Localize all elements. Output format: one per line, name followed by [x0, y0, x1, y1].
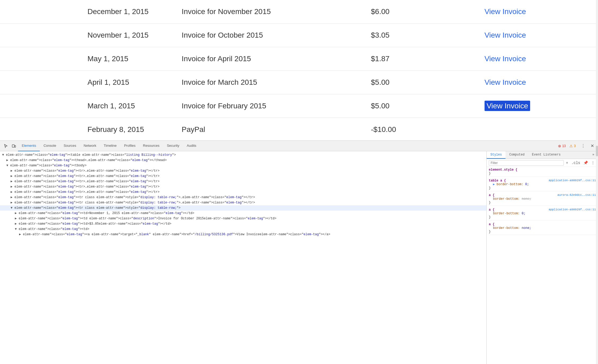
styles-toolbar: + .cls 📌 ⋮	[487, 159, 598, 167]
inspect-element-icon[interactable]	[2, 142, 10, 150]
main-content: December 1, 2015Invoice for November 201…	[0, 0, 598, 140]
expand-arrow[interactable]: ▶	[493, 183, 496, 186]
elements-line[interactable]: ▶ elem-attr-name">class="elem-tag"><tr c…	[0, 200, 486, 205]
invoice-description: Invoice for November 2015	[182, 0, 371, 24]
elements-line[interactable]: ▶ elem-attr-name">class="elem-tag"><td e…	[0, 216, 486, 221]
devtools-tab-resources[interactable]: Resources	[139, 141, 163, 151]
devtools-tab-elements[interactable]: Elements	[18, 141, 40, 151]
elements-line[interactable]: ▶ elem-attr-name">class="elem-tag"><a el…	[0, 232, 486, 237]
warn-count: 3	[574, 144, 576, 148]
style-rule: a {border-bottom: none;}	[489, 223, 596, 235]
devtools-tab-profiles[interactable]: Profiles	[120, 141, 139, 151]
devtools-tab-console[interactable]: Console	[40, 141, 60, 151]
style-source[interactable]: application-a98929f….css:11	[549, 208, 596, 211]
invoice-description: Invoice for October 2015	[182, 24, 371, 47]
elements-line[interactable]: ▶ elem-attr-name">class="elem-tag"><tr>……	[0, 179, 486, 184]
elements-panel: ▼ elem-attr-name">class="elem-tag"><tabl…	[0, 151, 487, 364]
invoice-date: November 1, 2015	[0, 24, 182, 47]
devtools-tab-sources[interactable]: Sources	[60, 141, 80, 151]
error-count: 13	[562, 144, 566, 148]
style-rule: aurora-62e9dcc….css:11a {border-bottom: …	[489, 193, 596, 206]
devtools-right-icons: ⊗ 13 ⚠ 3 ⋮ ✕	[558, 142, 596, 150]
elements-scrollbar-thumb[interactable]	[596, 151, 598, 156]
styles-panel: Styles Computed Event Listeners » + .cls…	[487, 151, 598, 364]
elements-lines: ▼ elem-attr-name">class="elem-tag"><tabl…	[0, 152, 486, 237]
styles-filter-input[interactable]	[489, 160, 564, 166]
invoice-description: Invoice for February 2015	[182, 94, 371, 118]
invoice-table: December 1, 2015Invoice for November 201…	[0, 0, 598, 140]
elements-line[interactable]: ▼ elem-attr-name">class="elem-tag"><tabl…	[0, 152, 486, 158]
style-rule: element.style {}	[489, 168, 596, 177]
devtools-tab-timeline[interactable]: Timeline	[100, 141, 120, 151]
invoice-description: Invoice for March 2015	[182, 71, 371, 94]
tab-styles[interactable]: Styles	[487, 151, 505, 159]
view-invoice-link[interactable]: View Invoice	[485, 7, 526, 16]
invoice-link-cell: View Invoice	[485, 24, 598, 47]
view-invoice-link[interactable]: View Invoice	[485, 55, 526, 63]
table-row: April 1, 2015Invoice for March 2015$5.00…	[0, 71, 598, 94]
table-row: March 1, 2015Invoice for February 2015$5…	[0, 94, 598, 118]
devtools-close-icon[interactable]: ✕	[588, 142, 596, 150]
devtools-panel: ElementsConsoleSourcesNetworkTimelinePro…	[0, 140, 598, 364]
invoice-link-cell: View Invoice	[485, 71, 598, 94]
add-style-icon[interactable]: +	[565, 160, 569, 166]
elements-scrollbar[interactable]	[596, 151, 598, 364]
view-invoice-link[interactable]: View Invoice	[485, 31, 526, 39]
error-icon: ⊗	[558, 144, 561, 148]
devtools-tab-security[interactable]: Security	[163, 141, 183, 151]
devtools-tab-audits[interactable]: Audits	[183, 141, 200, 151]
devtools-tab-network[interactable]: Network	[80, 141, 100, 151]
style-source[interactable]: aurora-62e9dcc….css:11	[557, 193, 596, 197]
invoice-link-cell: View Invoice	[485, 94, 598, 118]
table-row: December 1, 2015Invoice for November 201…	[0, 0, 598, 24]
invoice-date: December 1, 2015	[0, 0, 182, 24]
elements-line[interactable]: ▶ elem-attr-name">class="elem-tag"><tr>……	[0, 168, 486, 174]
devtools-menu-icon[interactable]: ⋮	[579, 142, 587, 150]
elements-line[interactable]: ▼ elem-attr-name">class="elem-tag"><tr c…	[0, 205, 486, 211]
svg-rect-0	[12, 145, 14, 147]
style-property[interactable]: ▶ border-bottom: 0;	[489, 183, 596, 186]
style-property[interactable]: border-bottom: none;	[489, 226, 596, 230]
tab-event-listeners[interactable]: Event Listeners	[528, 151, 564, 159]
view-invoice-link[interactable]: View Invoice	[485, 101, 530, 111]
table-row: February 8, 2015PayPal-$10.00	[0, 118, 598, 141]
elements-line[interactable]: ▼ elem-attr-name">class="elem-tag"><tbod…	[0, 163, 486, 168]
devtools-body: ▼ elem-attr-name">class="elem-tag"><tabl…	[0, 151, 598, 364]
invoice-amount: $5.00	[371, 71, 484, 94]
elements-line[interactable]: ▶ elem-attr-name">class="elem-tag"><tr>……	[0, 189, 486, 195]
elements-line[interactable]: ▶ elem-attr-name">class="elem-tag"><tr>……	[0, 184, 486, 189]
invoice-amount: -$10.00	[371, 118, 484, 141]
invoice-link-cell: View Invoice	[485, 47, 598, 71]
invoice-link-cell	[485, 118, 598, 141]
invoice-amount: $6.00	[371, 0, 484, 24]
invoice-date: April 1, 2015	[0, 71, 182, 94]
invoice-amount: $5.00	[371, 94, 484, 118]
view-invoice-link[interactable]: View Invoice	[485, 78, 526, 86]
elements-line[interactable]: ▶ elem-attr-name">class="elem-tag"><tr>……	[0, 174, 486, 179]
style-property[interactable]: border-bottom: none;	[489, 197, 596, 201]
device-toggle-icon[interactable]	[10, 142, 17, 150]
pin-style-icon[interactable]: 📌	[582, 160, 589, 166]
elements-line[interactable]: ▶ elem-attr-name">class="elem-tag"><td>N…	[0, 211, 486, 216]
cls-toggle[interactable]: .cls	[570, 160, 581, 166]
warn-badge: ⚠ 3	[569, 144, 576, 148]
elements-line[interactable]: ▶ elem-attr-name">class="elem-tag"><td>$…	[0, 221, 486, 227]
invoice-amount: $3.05	[371, 24, 484, 47]
devtools-toolbar: ElementsConsoleSourcesNetworkTimelinePro…	[0, 141, 598, 151]
invoice-date: March 1, 2015	[0, 94, 182, 118]
style-source[interactable]: application-a98929f….css:11	[549, 179, 596, 182]
warn-icon: ⚠	[569, 144, 573, 148]
table-row: May 1, 2015Invoice for April 2015$1.87Vi…	[0, 47, 598, 71]
elements-line[interactable]: ▼ elem-attr-name">class="elem-tag"><td>	[0, 227, 486, 232]
invoice-description: PayPal	[182, 118, 371, 141]
devtools-tabs: ElementsConsoleSourcesNetworkTimelinePro…	[18, 141, 200, 151]
styles-content: element.style {}application-a98929f….css…	[487, 167, 598, 358]
elements-line[interactable]: ▶ elem-attr-name">class="elem-tag"><tr c…	[0, 195, 486, 200]
more-style-icon[interactable]: ⋮	[590, 160, 596, 166]
error-badge: ⊗ 13	[558, 144, 566, 148]
styles-panel-tabs: Styles Computed Event Listeners »	[487, 151, 598, 159]
style-property[interactable]: border-bottom: 0;	[489, 212, 596, 215]
tab-computed[interactable]: Computed	[505, 151, 528, 159]
elements-line[interactable]: ▶ elem-attr-name">class="elem-tag"><thea…	[0, 158, 486, 163]
table-row: November 1, 2015Invoice for October 2015…	[0, 24, 598, 47]
